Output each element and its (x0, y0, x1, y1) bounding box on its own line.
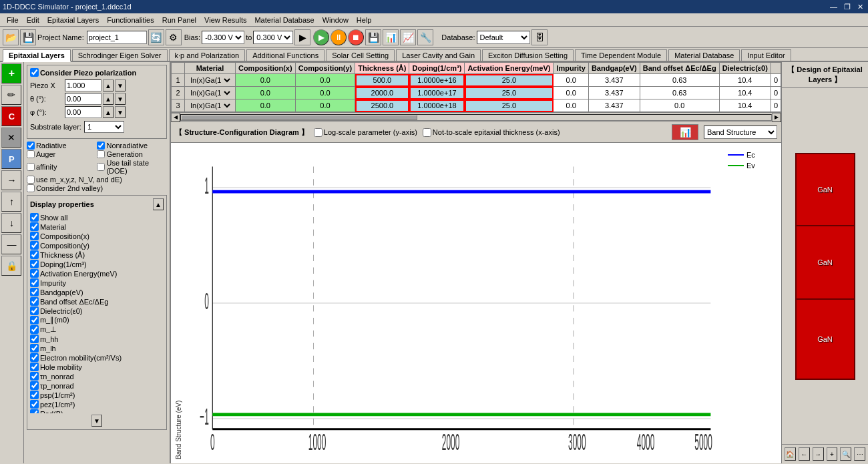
not-to-scale-checkbox[interactable] (423, 128, 431, 137)
table-scrollbar[interactable]: ◀ ▶ (171, 113, 781, 122)
activation-checkbox[interactable] (30, 269, 39, 278)
dielectric-1[interactable]: 10.4 (719, 74, 771, 87)
material-2[interactable]: In(x)Ga(1-x)N (185, 87, 236, 99)
piezo-x-down[interactable]: ▼ (115, 79, 126, 91)
hole-mobility-checkbox[interactable] (30, 363, 39, 371)
save-button[interactable]: 💾 (20, 29, 36, 45)
auger-checkbox[interactable] (27, 150, 35, 158)
dielectric-3[interactable]: 10.4 (719, 99, 771, 112)
col-bandgap[interactable]: Bandgap(eV) (588, 63, 640, 74)
delete-button[interactable]: ✕ (1, 128, 21, 148)
design-forward-button[interactable]: → (813, 447, 824, 461)
comp-y-1[interactable]: 0.0 (295, 74, 355, 87)
band-offset-checkbox[interactable] (30, 297, 39, 306)
database-select[interactable]: Default (477, 31, 530, 44)
pez-checkbox[interactable] (30, 400, 39, 409)
electron-mobility-checkbox[interactable] (30, 353, 39, 362)
band-offset-1[interactable]: 0.63 (640, 74, 719, 87)
bias-go-button[interactable]: ▶ (294, 29, 310, 45)
dp-scroll-up[interactable]: ▲ (153, 198, 164, 210)
mx-checkbox[interactable] (27, 176, 35, 184)
bias-to-select[interactable]: 0.300 V (253, 31, 293, 44)
design-search-button[interactable]: 🔍 (840, 447, 851, 461)
tn-nonrad-checkbox[interactable] (30, 372, 39, 381)
material-select-2[interactable]: In(x)Ga(1-x)N (188, 88, 232, 97)
band-offset-2[interactable]: 0.63 (640, 87, 719, 99)
add-layer-button[interactable]: + (1, 63, 21, 83)
tool-button[interactable]: 🔧 (417, 29, 433, 45)
menu-run-panel[interactable]: Run Panel (158, 15, 200, 25)
down-button[interactable]: ↓ (1, 213, 21, 233)
thickness-3[interactable]: 2500.0 (355, 99, 409, 112)
menu-edit[interactable]: Edit (23, 15, 43, 25)
comp-x-3[interactable]: 0.0 (235, 99, 295, 112)
substrate-select[interactable]: 1 (84, 121, 124, 133)
dp-scroll-down[interactable]: ▼ (91, 415, 102, 427)
comp-y-3[interactable]: 0.0 (295, 99, 355, 112)
comp-x-1[interactable]: 0.0 (235, 74, 295, 87)
save2-button[interactable]: 💾 (365, 29, 381, 45)
material-1[interactable]: In(x)Ga(1-x)N (185, 74, 236, 87)
bandgap-3[interactable]: 3.437 (588, 99, 640, 112)
theta-up[interactable]: ▲ (103, 93, 114, 105)
scroll-right-button[interactable]: ▶ (772, 113, 781, 122)
refresh-button[interactable]: 🔄 (148, 29, 164, 45)
layer-1[interactable]: GaN (795, 153, 855, 226)
piezo-x-input[interactable] (65, 79, 101, 91)
h-scrollbar-track[interactable] (180, 114, 772, 121)
impurity-1[interactable]: 0.0 (554, 74, 588, 87)
impurity-3[interactable]: 0.0 (554, 99, 588, 112)
tab-schrodinger[interactable]: Schrodinger Eigen Solver (72, 49, 168, 61)
phi-input[interactable] (65, 106, 101, 118)
thickness-2[interactable]: 2000.0 (355, 87, 409, 99)
tab-laser[interactable]: Laser Cavity and Gain (396, 49, 481, 61)
tp-nonrad-checkbox[interactable] (30, 381, 39, 390)
menu-file[interactable]: File (3, 15, 23, 25)
col-comp-y[interactable]: Composition(y) (295, 63, 355, 74)
tab-input-editor[interactable]: Input Editor (741, 49, 791, 61)
phi-down[interactable]: ▼ (115, 106, 126, 118)
h-scrollbar-thumb[interactable] (181, 115, 417, 120)
piezo-x-up[interactable]: ▲ (103, 79, 114, 91)
maximize-button[interactable]: ❐ (842, 3, 853, 11)
menu-material-database[interactable]: Material Database (250, 15, 318, 25)
material-select-1[interactable]: In(x)Ga(1-x)N (188, 75, 232, 85)
m-lh-checkbox[interactable] (30, 344, 39, 353)
bandgap-1[interactable]: 3.437 (588, 74, 640, 87)
material-3[interactable]: In(x)Ga(1-x)N (185, 99, 236, 112)
open-folder-button[interactable]: 📂 (3, 29, 19, 45)
col-thickness[interactable]: Thickness (Å) (355, 63, 409, 74)
theta-down[interactable]: ▼ (115, 93, 126, 105)
tail-state-checkbox[interactable] (97, 163, 105, 171)
thickness-1[interactable]: 500.0 (355, 74, 409, 87)
theta-input[interactable] (65, 93, 101, 105)
piezo-checkbox[interactable] (30, 68, 39, 77)
generation-checkbox[interactable] (97, 150, 105, 158)
minimize-button[interactable]: — (828, 3, 839, 11)
dielectric-checkbox[interactable] (30, 306, 39, 315)
doping-checkbox[interactable] (30, 260, 39, 268)
project-name-input[interactable] (87, 31, 147, 44)
activation-2[interactable]: 25.0 (465, 87, 554, 99)
scroll-left-button[interactable]: ◀ (171, 113, 180, 122)
p-button[interactable]: P (1, 149, 21, 169)
col-material[interactable]: Material (185, 63, 236, 74)
doping-2[interactable]: 1.0000e+17 (409, 87, 465, 99)
m-perp-checkbox[interactable] (30, 325, 39, 334)
design-back-button[interactable]: ← (799, 447, 810, 461)
menu-help[interactable]: Help (353, 15, 376, 25)
psp-checkbox[interactable] (30, 391, 39, 399)
menu-functionalities[interactable]: Functionalities (103, 15, 158, 25)
col-doping[interactable]: Doping(1/cm³) (409, 63, 465, 74)
col-dielectric[interactable]: Dielectric(ε0) (719, 63, 771, 74)
col-band-offset[interactable]: Band offset ΔEc/ΔEg (640, 63, 719, 74)
phi-up[interactable]: ▲ (103, 106, 114, 118)
tab-kp-polarization[interactable]: k·p and Polarization (169, 49, 246, 61)
bias-from-select[interactable]: -0.300 V (202, 31, 244, 44)
m-parallel-checkbox[interactable] (30, 316, 39, 324)
doping-3[interactable]: 1.0000e+18 (409, 99, 465, 112)
minus-button[interactable]: — (1, 234, 21, 254)
col-comp-x[interactable]: Composition(x) (235, 63, 295, 74)
m-hh-checkbox[interactable] (30, 334, 39, 343)
material-select-3[interactable]: In(x)Ga(1-x)N (188, 101, 232, 110)
